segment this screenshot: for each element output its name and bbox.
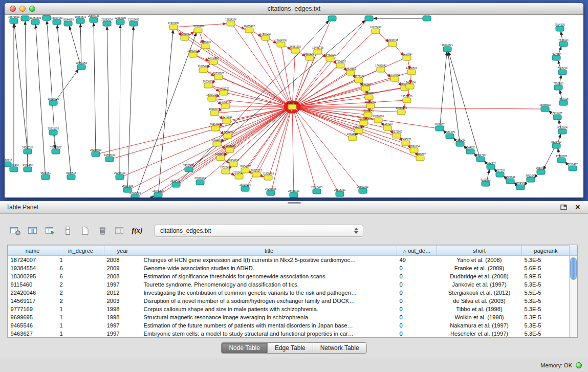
graph-edge[interactable]	[177, 29, 289, 105]
table-row[interactable]: 946362711997Embryonic stem cells: a mode…	[8, 330, 570, 338]
graph-node[interactable]: 25206950	[90, 148, 101, 157]
graph-edge[interactable]	[295, 20, 367, 104]
graph-node[interactable]: 12217907	[401, 52, 412, 61]
graph-node[interactable]: 15494735	[312, 46, 323, 55]
new-column-button[interactable]	[43, 224, 57, 237]
graph-node[interactable]: 7854016	[558, 97, 569, 106]
graph-node[interactable]: 25910463	[311, 186, 322, 194]
tab-network-table[interactable]: Network Table	[313, 342, 367, 354]
minimize-window-button[interactable]	[19, 6, 26, 12]
graph-edge[interactable]	[272, 110, 291, 190]
graph-node[interactable]: 13057209	[222, 130, 233, 139]
graph-node[interactable]: 14755442	[220, 100, 231, 109]
network-window-titlebar[interactable]: citations_edges.txt	[5, 3, 583, 15]
table-row[interactable]: 969969511998Structural magnetic resonanc…	[8, 313, 570, 321]
graph-node[interactable]: 18957215	[206, 93, 217, 102]
graph-node[interactable]: 16934057	[239, 165, 251, 173]
graph-node[interactable]: 24126841	[183, 164, 194, 172]
import-table-button[interactable]	[113, 224, 127, 237]
graph-node[interactable]: 25206952	[50, 146, 61, 155]
graph-node[interactable]: 8250417	[568, 163, 578, 171]
show-columns-button[interactable]	[26, 224, 40, 237]
graph-node[interactable]: 27616108	[135, 198, 146, 198]
graph-edge[interactable]	[295, 109, 361, 189]
graph-node[interactable]: 17485304	[404, 81, 416, 90]
graph-node[interactable]: 7792603	[553, 82, 563, 91]
column-header-pagerank[interactable]: pagerank	[522, 246, 570, 256]
graph-node[interactable]: 8133904	[422, 15, 432, 21]
graph-node[interactable]: 11283309	[30, 16, 41, 25]
graph-node[interactable]: 19564872	[75, 15, 86, 24]
graph-node[interactable]: 12125490	[370, 26, 381, 34]
graph-edge[interactable]	[294, 20, 331, 104]
float-panel-icon[interactable]	[560, 204, 568, 210]
graph-node[interactable]: 18525012	[251, 169, 262, 178]
table-row[interactable]: 1872400712008Changes of HCN gene express…	[8, 256, 570, 264]
graph-node[interactable]: 28405129	[288, 189, 299, 198]
graph-edge[interactable]	[70, 26, 80, 64]
table-row[interactable]: 1830029562008Estimation of significance …	[8, 272, 570, 280]
graph-edge[interactable]	[36, 25, 46, 175]
table-row[interactable]: 946554611997Estimation of the future num…	[8, 321, 570, 330]
graph-node[interactable]: 17894217	[260, 32, 271, 41]
graph-node[interactable]: 8755249	[455, 138, 465, 147]
delete-table-button[interactable]	[95, 224, 110, 237]
graph-node[interactable]: 14850610	[406, 67, 417, 75]
graph-node[interactable]: 9103521	[481, 178, 491, 187]
graph-node[interactable]: 9024710	[475, 154, 486, 162]
table-settings-button[interactable]	[8, 224, 23, 237]
function-builder-button[interactable]: f(x)	[130, 224, 144, 237]
graph-node[interactable]: 9217505	[495, 169, 505, 178]
graph-node[interactable]: 19565683	[224, 144, 235, 153]
close-panel-icon[interactable]: ×	[574, 203, 582, 211]
graph-node[interactable]: 17485043	[375, 64, 386, 73]
graph-node[interactable]: 27852301	[357, 185, 368, 194]
graph-node[interactable]: 16755270	[200, 40, 211, 49]
graph-node[interactable]: 17777301	[363, 92, 375, 100]
zoom-window-button[interactable]	[29, 6, 35, 12]
tab-edge-table[interactable]: Edge Table	[267, 342, 313, 354]
graph-node[interactable]: 29203419	[114, 171, 125, 180]
column-header-name[interactable]: name	[8, 246, 57, 256]
graph-node[interactable]: 17113376	[211, 138, 223, 147]
graph-node[interactable]: 20584133	[88, 15, 99, 23]
graph-node[interactable]: 21920463	[263, 172, 274, 181]
graph-edge[interactable]	[216, 63, 288, 105]
graph-node[interactable]: 7910425	[552, 112, 562, 120]
graph-node[interactable]: 12226108	[192, 25, 204, 33]
graph-node[interactable]: 9334410	[23, 164, 33, 172]
graph-node[interactable]: 9152844	[486, 161, 496, 170]
graph-edge[interactable]	[440, 52, 447, 126]
graph-node[interactable]: 8651275	[445, 130, 455, 139]
new-table-button[interactable]	[78, 224, 92, 237]
column-header-out_degree[interactable]: △out_de…	[397, 246, 437, 256]
graph-node[interactable]: 19734903	[389, 73, 400, 82]
graph-node[interactable]: 15654334	[225, 18, 236, 27]
table-row[interactable]: 1456911722003Disruption of a novel membe…	[8, 297, 570, 305]
graph-node[interactable]: 21093624	[101, 18, 113, 27]
graph-node[interactable]: 18184952	[179, 32, 190, 41]
graph-edge[interactable]	[449, 52, 480, 157]
table-scrollbar[interactable]	[569, 245, 577, 337]
graph-node[interactable]: 11431227	[218, 87, 229, 96]
graph-node[interactable]: 18525410	[220, 166, 231, 174]
graph-node[interactable]: 20732625	[213, 72, 224, 80]
graph-node[interactable]: 27203816	[265, 187, 276, 196]
graph-node[interactable]: 12080486	[215, 152, 226, 161]
graph-node[interactable]: 18349462	[365, 100, 376, 109]
graph-node[interactable]: 9861045	[526, 174, 536, 183]
graph-node[interactable]: 26010124	[239, 183, 251, 192]
graph-edge[interactable]	[120, 25, 120, 175]
graph-node[interactable]: 16981310	[290, 45, 301, 54]
graph-edge[interactable]	[294, 110, 338, 192]
column-header-short[interactable]: short	[437, 246, 522, 256]
graph-edge[interactable]	[138, 108, 288, 196]
graph-node[interactable]: 9724502	[515, 182, 526, 190]
graph-node[interactable]: 12742864	[208, 56, 219, 65]
graph-edge[interactable]	[55, 69, 78, 101]
graph-node[interactable]: 15958502	[539, 103, 551, 112]
graph-node[interactable]: 9605051	[40, 171, 51, 180]
graph-node[interactable]: 19664708	[275, 39, 287, 48]
graph-edge[interactable]	[293, 53, 295, 104]
column-header-year[interactable]: year	[104, 246, 141, 256]
